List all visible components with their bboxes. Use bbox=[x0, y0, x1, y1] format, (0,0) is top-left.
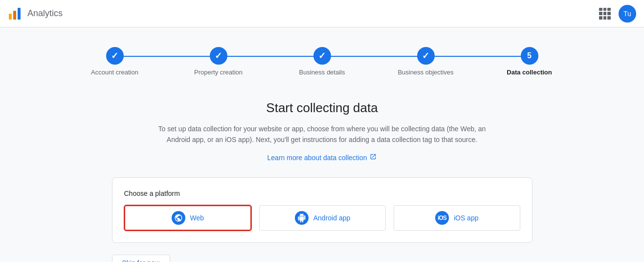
android-platform-label: Android app bbox=[313, 214, 351, 222]
header-right: Tu bbox=[599, 5, 636, 23]
apps-grid-icon[interactable] bbox=[599, 8, 611, 20]
step-5-label: Data collection bbox=[507, 69, 552, 76]
step-1-label: Account creation bbox=[91, 69, 138, 76]
step-3-circle: ✓ bbox=[313, 47, 331, 65]
step-1-circle: ✓ bbox=[106, 47, 124, 65]
learn-link-text: Learn more about data collection bbox=[267, 154, 367, 162]
actions-area: Skip for now bbox=[112, 255, 533, 262]
external-link-icon bbox=[370, 153, 377, 162]
step-business-details: ✓ Business details bbox=[270, 47, 374, 76]
ios-platform-icon: iOS bbox=[435, 211, 449, 225]
learn-more-link[interactable]: Learn more about data collection bbox=[267, 153, 377, 162]
step-data-collection: 5 Data collection bbox=[478, 47, 581, 76]
web-platform-button[interactable]: Web bbox=[124, 205, 252, 231]
app-title: Analytics bbox=[27, 8, 63, 19]
step-business-objectives: ✓ Business objectives bbox=[374, 47, 478, 76]
setup-stepper: ✓ Account creation ✓ Property creation ✓… bbox=[63, 47, 581, 76]
step-3-label: Business details bbox=[299, 69, 345, 76]
step-5-circle: 5 bbox=[521, 47, 538, 65]
svg-rect-0 bbox=[9, 14, 12, 20]
user-avatar[interactable]: Tu bbox=[619, 5, 636, 23]
step-property-creation: ✓ Property creation bbox=[167, 47, 270, 76]
svg-rect-2 bbox=[18, 8, 21, 20]
step-2-label: Property creation bbox=[194, 69, 243, 76]
analytics-logo-icon bbox=[8, 7, 22, 21]
step-4-circle: ✓ bbox=[417, 47, 435, 65]
page-title: Start collecting data bbox=[112, 100, 533, 116]
page-content: Start collecting data To set up data col… bbox=[63, 100, 581, 262]
step-4-check: ✓ bbox=[422, 50, 429, 61]
platform-buttons-group: Web Android app iOS iOS app bbox=[124, 205, 520, 231]
step-5-number: 5 bbox=[527, 51, 532, 60]
step-4-label: Business objectives bbox=[398, 69, 453, 76]
web-platform-icon bbox=[172, 211, 185, 225]
page-description: To set up data collection for your websi… bbox=[146, 123, 498, 145]
platform-chooser-label: Choose a platform bbox=[124, 190, 520, 197]
step-3-check: ✓ bbox=[318, 50, 326, 61]
step-2-check: ✓ bbox=[215, 50, 222, 61]
step-2-circle: ✓ bbox=[210, 47, 227, 65]
ios-platform-button[interactable]: iOS iOS app bbox=[394, 205, 520, 231]
app-header: Analytics Tu bbox=[0, 0, 644, 27]
platform-chooser-card: Choose a platform Web bbox=[112, 177, 533, 243]
step-account-creation: ✓ Account creation bbox=[63, 47, 167, 76]
android-platform-button[interactable]: Android app bbox=[259, 205, 386, 231]
main-content: ✓ Account creation ✓ Property creation ✓… bbox=[53, 27, 591, 262]
ios-platform-label: iOS app bbox=[454, 214, 479, 222]
skip-for-now-button[interactable]: Skip for now bbox=[112, 255, 170, 262]
header-left: Analytics bbox=[8, 7, 63, 21]
svg-rect-1 bbox=[13, 11, 16, 20]
web-platform-label: Web bbox=[190, 214, 204, 222]
android-platform-icon bbox=[295, 211, 309, 225]
step-1-check: ✓ bbox=[111, 50, 118, 61]
